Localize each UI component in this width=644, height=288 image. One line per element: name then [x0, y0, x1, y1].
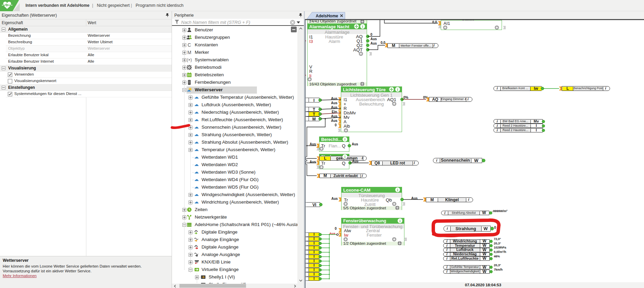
svg-text:M: M	[187, 50, 191, 55]
svg-text:i: i	[344, 155, 345, 159]
svg-text:i: i	[399, 219, 400, 223]
svg-text:AdelsHome: AdelsHome	[316, 14, 338, 18]
svg-text:(×): (×)	[187, 58, 192, 62]
svg-text:i: i	[344, 137, 345, 141]
svg-text:i: i	[397, 87, 398, 92]
svg-text:C: C	[188, 42, 191, 48]
svg-text:i: i	[362, 25, 363, 29]
svg-text:i: i	[397, 188, 398, 192]
